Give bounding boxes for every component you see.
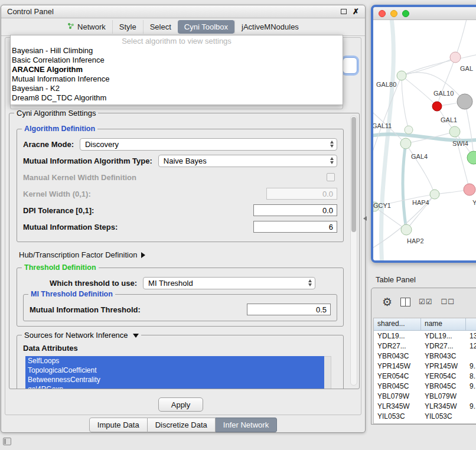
network-node[interactable] (430, 190, 439, 199)
tab-infer-network[interactable]: Infer Network (216, 418, 277, 432)
table-row[interactable]: YPR145WYPR145W9. (374, 361, 476, 371)
deselect-all-icon[interactable]: ☐☐ (441, 298, 455, 306)
attribute-item[interactable]: TopologicalCoefficient (25, 366, 324, 375)
gear-icon[interactable]: ⚙ (382, 296, 392, 308)
network-node[interactable] (432, 102, 442, 111)
network-node[interactable] (457, 94, 472, 109)
attribute-item[interactable]: gal4RGexp (25, 384, 324, 389)
which-threshold-select[interactable]: MI Threshold (143, 277, 315, 289)
network-edge[interactable] (402, 72, 465, 102)
algorithm-dropdown: Select algorithm to view settings Bayesi… (10, 35, 343, 105)
focused-spinner-field[interactable] (343, 57, 357, 74)
aracne-mode-value: Discovery (85, 140, 119, 149)
mi-steps-field[interactable]: 6 (253, 221, 337, 233)
columns-icon[interactable] (400, 298, 410, 306)
tab-style[interactable]: Style (112, 20, 143, 34)
mi-algorithm-type-select[interactable]: Naive Bayes (158, 155, 337, 167)
table-cell: 9. (466, 381, 476, 391)
zoom-traffic-light[interactable] (402, 10, 409, 17)
collapsed-panel-icon[interactable] (3, 438, 11, 445)
tab-discretize-data[interactable]: Discretize Data (148, 418, 216, 432)
aracne-mode-label: Aracne Mode: (23, 140, 74, 149)
table-row[interactable]: YBR045CYBR045C9. (374, 381, 476, 391)
tab-network[interactable]: Network (61, 20, 112, 34)
network-edge[interactable] (437, 57, 455, 106)
network-edge[interactable] (465, 102, 474, 158)
column-header-extra[interactable] (466, 318, 476, 330)
table-row[interactable]: YBR043CYBR043C (374, 351, 476, 361)
algorithm-dropdown-list: Bayesian - Hill ClimbingBasic Correlatio… (11, 46, 343, 103)
stepper-icon (330, 141, 334, 148)
apply-button[interactable]: Apply (158, 397, 203, 412)
network-node[interactable] (450, 52, 461, 63)
sources-group: Sources for Network Inference Data Attri… (17, 335, 344, 389)
algorithm-option[interactable]: Dream8 DC_TDC Algorithm (11, 93, 343, 103)
close-icon[interactable]: ✗ (353, 8, 359, 15)
restore-icon[interactable] (341, 9, 347, 14)
table-row[interactable]: YLR345WYLR345W9. (374, 401, 476, 411)
hub-definition-toggle[interactable]: Hub/Transcription Factor Definition (19, 250, 344, 259)
table-row[interactable]: YDL19...YDL19...13 (374, 331, 476, 341)
expand-right-icon (141, 252, 145, 258)
select-all-icon[interactable]: ☑☑ (419, 298, 433, 306)
tab-cyni-toolbox[interactable]: Cyni Toolbox (178, 20, 234, 34)
attribute-item[interactable]: BetweennessCentrality (25, 375, 324, 384)
mi-threshold-definition-group: MI Threshold Definition Mutual Informati… (23, 294, 337, 321)
table-cell: YBL079W (421, 391, 466, 401)
tab-impute-data[interactable]: Impute Data (89, 418, 148, 432)
sources-toggle[interactable]: Sources for Network Inference (22, 331, 141, 340)
network-edge[interactable] (455, 20, 468, 57)
network-node[interactable] (400, 138, 411, 149)
control-panel-titlebar[interactable]: Control Panel ✗ (1, 5, 365, 18)
table-row[interactable]: YBL079WYBL079W (374, 391, 476, 401)
network-node[interactable] (401, 224, 412, 235)
threshold-definition-group: Threshold Definition Which threshold to … (17, 268, 344, 327)
table-row[interactable]: YIL053CYIL053C (374, 411, 476, 421)
network-window-titlebar[interactable] (373, 7, 476, 20)
table-cell: 13 (466, 331, 476, 341)
table-row[interactable]: YDR27...YDR27...12 (374, 341, 476, 351)
network-edge[interactable] (374, 207, 406, 230)
table-cell: YPR145W (374, 361, 421, 371)
column-header-name[interactable]: name (421, 318, 466, 330)
network-node[interactable] (449, 126, 460, 137)
settings-scrollbar[interactable] (350, 115, 357, 386)
network-edge[interactable] (403, 144, 406, 230)
algorithm-option[interactable]: Bayesian - Hill Climbing (11, 46, 343, 56)
dpi-tolerance-label: DPI Tolerance [0,1]: (23, 206, 94, 215)
network-node[interactable] (464, 184, 475, 195)
stepper-icon (330, 157, 334, 164)
network-edge[interactable] (402, 76, 437, 106)
close-traffic-light[interactable] (379, 10, 386, 17)
attribute-item[interactable]: SelfLoops (25, 356, 324, 366)
algorithm-option[interactable]: Basic Correlation Inference (11, 56, 343, 65)
manual-kernel-checkbox[interactable] (327, 173, 335, 181)
network-node[interactable] (397, 71, 406, 80)
algorithm-definition-title: Algorithm Definition (22, 125, 97, 133)
scrollbar-thumb[interactable] (351, 117, 356, 232)
algorithm-option[interactable]: Mutual Information Inference (11, 74, 343, 84)
algorithm-definition-group: Algorithm Definition Aracne Mode: Discov… (17, 129, 344, 242)
algorithm-option[interactable]: ARACNE Algorithm (11, 65, 343, 74)
network-canvas-area[interactable]: GALGAL80GAL10GAL11GAL1SWI4GAL4GCY1HAP4YH… (373, 20, 476, 260)
table-row[interactable]: YER054CYER054C8. (374, 371, 476, 381)
network-edge[interactable] (406, 144, 435, 194)
network-canvas[interactable]: GALGAL80GAL10GAL11GAL1SWI4GAL4GCY1HAP4YH… (373, 20, 476, 260)
attributes-list-scrollbar[interactable] (324, 356, 331, 389)
algorithm-option[interactable]: Bayesian - K2 (11, 84, 343, 93)
mi-threshold-field[interactable]: 0.5 (247, 304, 331, 315)
network-node[interactable] (467, 151, 476, 164)
network-edge[interactable] (381, 20, 393, 260)
table-cell (466, 411, 476, 421)
network-edge[interactable] (402, 76, 409, 130)
network-node[interactable] (405, 126, 413, 134)
panel-splitter-arrow[interactable] (363, 216, 367, 221)
tab-jactivemodules[interactable]: jActiveMNodules (234, 20, 305, 34)
minimize-traffic-light[interactable] (390, 10, 397, 17)
tab-select[interactable]: Select (143, 20, 178, 34)
dpi-tolerance-field[interactable]: 0.0 (253, 204, 337, 216)
aracne-mode-select[interactable]: Discovery (80, 138, 337, 151)
table-cell: 9. (466, 401, 476, 411)
table-cell: YBR045C (374, 381, 421, 391)
column-header-shared[interactable]: shared... (374, 318, 421, 330)
